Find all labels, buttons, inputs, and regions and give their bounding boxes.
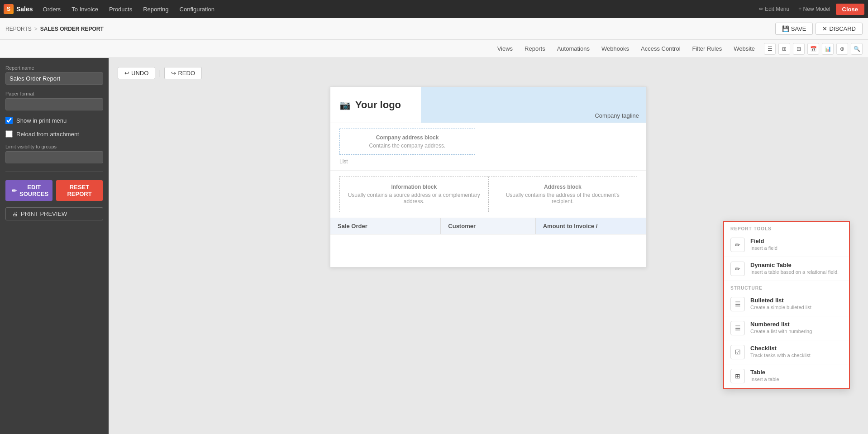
tool-numbered-list[interactable]: ☰ Numbered list Create a list with numbe…	[724, 316, 849, 340]
doc-tagline: Company tagline	[595, 112, 639, 119]
report-name-input[interactable]	[5, 72, 103, 85]
information-block-desc: Usually contains a source address or a c…	[347, 192, 481, 205]
info-blocks: Information block Usually contains a sou…	[339, 176, 637, 212]
action-filter-rules[interactable]: Filter Rules	[690, 43, 725, 54]
dynamic-table-desc: Insert a table based on a relational fie…	[750, 269, 839, 275]
close-button[interactable]: Close	[836, 4, 864, 15]
address-block-desc: Usually contains the address of the docu…	[496, 192, 630, 205]
print-icon: 🖨	[12, 210, 18, 217]
discard-button[interactable]: ✕ DISCARD	[816, 23, 863, 35]
nav-reporting[interactable]: Reporting	[138, 3, 173, 15]
print-preview-button[interactable]: 🖨 PRINT PREVIEW	[5, 207, 103, 220]
checklist-label: Checklist	[750, 345, 811, 352]
undo-redo-bar: ↩ UNDO | ↪ REDO	[118, 67, 859, 79]
breadcrumb-current: SALES ORDER REPORT	[40, 26, 104, 32]
nav-products[interactable]: Products	[105, 3, 137, 15]
action-reports[interactable]: Reports	[522, 43, 548, 54]
report-name-label: Report name	[5, 65, 103, 71]
paper-format-input[interactable]	[5, 98, 103, 110]
company-address-block: Company address block Contains the compa…	[339, 129, 475, 155]
tool-table[interactable]: ⊞ Table Insert a table	[724, 364, 849, 388]
edit-sources-icon: ✏	[12, 187, 17, 194]
save-icon: 💾	[782, 25, 789, 32]
brand-logo: S Sales	[4, 4, 33, 14]
view-calendar-icon[interactable]: 📅	[807, 43, 819, 55]
address-block: Address block Usually contains the addre…	[489, 176, 637, 212]
checklist-desc: Track tasks with a checklist	[750, 353, 811, 358]
doc-header: 📷 Your logo Company tagline	[330, 87, 646, 123]
view-grid-icon[interactable]: ⊞	[778, 43, 790, 55]
second-toolbar: REPORTS > SALES ORDER REPORT 💾 SAVE ✕ DI…	[0, 18, 868, 40]
doc-tagline-area: Company tagline	[421, 87, 646, 123]
action-webhooks[interactable]: Webhooks	[599, 43, 632, 54]
action-automations[interactable]: Automations	[554, 43, 592, 54]
tool-checklist[interactable]: ☑ Checklist Track tasks with a checklist	[724, 340, 849, 364]
view-list-icon[interactable]: ☰	[764, 43, 776, 55]
action-access-control[interactable]: Access Control	[638, 43, 683, 54]
numbered-list-desc: Create a list with numbering	[750, 329, 812, 334]
field-label: Field	[750, 238, 777, 244]
action-buttons-row: ✏ EDIT SOURCES RESET REPORT	[5, 180, 103, 201]
limit-visibility-field: Limit visibility to groups	[5, 144, 103, 163]
bulleted-list-icon: ☰	[730, 297, 745, 311]
redo-label: REDO	[178, 70, 195, 76]
edit-menu-button[interactable]: ✏ Edit Menu	[755, 4, 793, 14]
checklist-icon: ☑	[730, 345, 745, 359]
table-desc: Insert a table	[750, 377, 779, 382]
limit-visibility-label: Limit visibility to groups	[5, 144, 103, 149]
reset-report-button[interactable]: RESET REPORT	[56, 180, 103, 201]
company-address-block-title: Company address block	[347, 134, 467, 141]
address-block-title: Address block	[496, 184, 630, 190]
paper-format-label: Paper format	[5, 91, 103, 96]
edit-sources-button[interactable]: ✏ EDIT SOURCES	[5, 180, 52, 201]
save-label: SAVE	[791, 25, 806, 32]
undo-redo-separator: |	[159, 69, 161, 77]
table-col-amount: Amount to Invoice /	[536, 218, 646, 234]
breadcrumb-parent[interactable]: REPORTS	[5, 26, 32, 32]
show-in-print-menu-row: Show in print menu	[5, 117, 103, 124]
field-icon: ✏	[730, 238, 745, 252]
discard-label: DISCARD	[829, 25, 856, 32]
paper-format-field: Paper format	[5, 91, 103, 110]
limit-visibility-input[interactable]	[5, 151, 103, 163]
dynamic-table-icon: ✏	[730, 262, 745, 276]
redo-icon: ↪	[171, 70, 176, 76]
nav-to-invoice[interactable]: To Invoice	[67, 3, 103, 15]
nav-configuration[interactable]: Configuration	[175, 3, 219, 15]
tool-field[interactable]: ✏ Field Insert a field	[724, 233, 849, 257]
tool-dynamic-table[interactable]: ✏ Dynamic Table Insert a table based on …	[724, 257, 849, 281]
nav-orders[interactable]: Orders	[38, 3, 66, 15]
tool-bulleted-list[interactable]: ☰ Bulleted list Create a simple bulleted…	[724, 292, 849, 316]
reload-from-attachment-checkbox[interactable]	[5, 130, 13, 138]
view-tree-icon[interactable]: ⊟	[793, 43, 805, 55]
action-views[interactable]: Views	[495, 43, 515, 54]
field-desc: Insert a field	[750, 245, 777, 251]
show-in-print-menu-checkbox[interactable]	[5, 117, 13, 124]
numbered-list-icon: ☰	[730, 321, 745, 335]
action-bar: Views Reports Automations Webhooks Acces…	[0, 40, 868, 58]
doc-address-section: Company address block Contains the compa…	[330, 123, 646, 171]
new-model-button[interactable]: + New Model	[795, 4, 834, 14]
bulleted-list-desc: Create a simple bulleted list	[750, 305, 811, 310]
structure-section-title: STRUCTURE	[724, 281, 849, 292]
edit-sources-label: EDIT SOURCES	[19, 184, 48, 197]
report-tools-popup: REPORT TOOLS ✏ Field Insert a field ✏ Dy…	[723, 221, 850, 389]
breadcrumb-separator: >	[34, 26, 38, 32]
table-icon: ⊞	[730, 369, 745, 383]
table-label: Table	[750, 369, 779, 376]
breadcrumb: REPORTS > SALES ORDER REPORT	[5, 26, 775, 32]
brand-label: Sales	[16, 5, 33, 13]
dynamic-table-label: Dynamic Table	[750, 262, 839, 268]
search-icon[interactable]: 🔍	[851, 43, 863, 55]
numbered-list-label: Numbered list	[750, 321, 812, 328]
undo-button[interactable]: ↩ UNDO	[118, 67, 155, 79]
view-chart-icon[interactable]: 📊	[822, 43, 834, 55]
view-pivot-icon[interactable]: ⊕	[836, 43, 848, 55]
table-col-customer: Customer	[441, 218, 535, 234]
redo-button[interactable]: ↪ REDO	[164, 67, 202, 79]
save-button[interactable]: 💾 SAVE	[775, 23, 813, 35]
information-block-title: Information block	[347, 184, 481, 190]
action-website[interactable]: Website	[731, 43, 758, 54]
document-preview: 📷 Your logo Company tagline Company addr…	[330, 86, 647, 267]
main-layout: Report name Paper format Show in print m…	[0, 58, 868, 434]
